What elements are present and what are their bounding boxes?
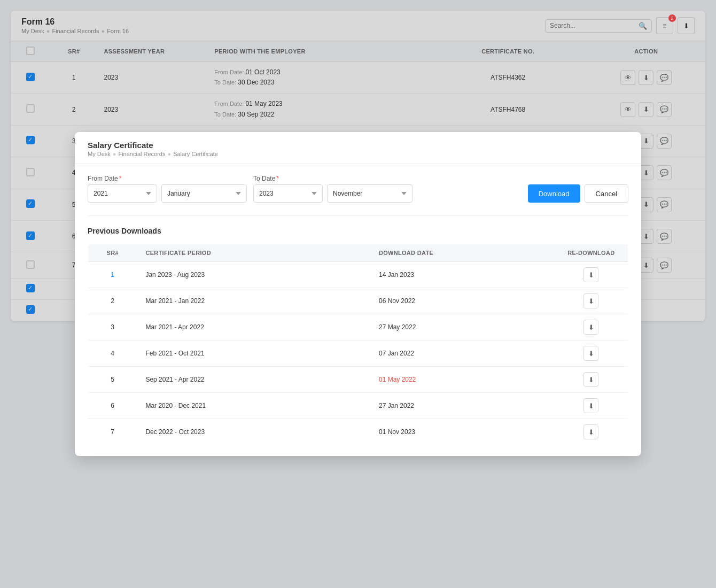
prev-col-cert-period: CERTIFICATE PERIOD <box>137 244 370 262</box>
modal-overlay: Salary Certificate My Desk ● Financial R… <box>0 0 716 588</box>
prev-row-redl: ⬇ <box>555 262 628 288</box>
salary-cert-modal: Salary Certificate My Desk ● Financial R… <box>75 132 641 456</box>
prev-table-row: 4 Feb 2021 - Oct 2021 07 Jan 2022 ⬇ <box>88 341 628 367</box>
prev-row-period: Jan 2023 - Aug 2023 <box>137 262 370 288</box>
modal-title: Salary Certificate <box>88 141 628 150</box>
from-date-selects: 2019 2020 2021 2022 2023 January Februar… <box>88 184 247 203</box>
to-date-group: To Date* 2019 2020 2021 2022 2023 Januar… <box>253 175 413 203</box>
prev-row-dl-date: 27 Jan 2022 <box>370 393 555 419</box>
from-month-select[interactable]: January February March April May June Ju… <box>161 184 247 203</box>
prev-row-dl-date: 14 Jan 2023 <box>370 262 555 288</box>
prev-row-sr: 6 <box>88 393 137 419</box>
redownload-btn[interactable]: ⬇ <box>583 320 598 335</box>
prev-row-sr: 4 <box>88 341 137 367</box>
prev-row-redl: ⬇ <box>555 367 628 393</box>
prev-row-sr: 5 <box>88 367 137 393</box>
separator <box>88 215 628 216</box>
modal-bc-salary: Salary Certificate <box>173 151 218 157</box>
from-year-select[interactable]: 2019 2020 2021 2022 2023 <box>88 184 157 203</box>
prev-row-sr: 3 <box>88 314 137 341</box>
prev-row-redl: ⬇ <box>555 314 628 341</box>
form-row: From Date* 2019 2020 2021 2022 2023 Janu… <box>88 175 628 203</box>
prev-col-redl: RE-DOWNLOAD <box>555 244 628 262</box>
modal-bc-financial: Financial Records <box>118 151 165 157</box>
prev-table-row: 7 Dec 2022 - Oct 2023 01 Nov 2023 ⬇ <box>88 419 628 445</box>
redownload-btn[interactable]: ⬇ <box>583 424 598 439</box>
prev-row-redl: ⬇ <box>555 341 628 367</box>
prev-row-period: Mar 2021 - Apr 2022 <box>137 314 370 341</box>
redownload-btn[interactable]: ⬇ <box>583 293 598 308</box>
prev-col-dl-date: DOWNLOAD DATE <box>370 244 555 262</box>
prev-col-sr: SR# <box>88 244 137 262</box>
prev-table-row: 1 Jan 2023 - Aug 2023 14 Jan 2023 ⬇ <box>88 262 628 288</box>
prev-row-dl-date: 06 Nov 2022 <box>370 288 555 314</box>
prev-row-dl-date: 07 Jan 2022 <box>370 341 555 367</box>
to-date-selects: 2019 2020 2021 2022 2023 January Februar… <box>253 184 413 203</box>
prev-row-sr: 2 <box>88 288 137 314</box>
prev-table-row: 3 Mar 2021 - Apr 2022 27 May 2022 ⬇ <box>88 314 628 341</box>
prev-row-period: Sep 2021 - Apr 2022 <box>137 367 370 393</box>
redownload-btn[interactable]: ⬇ <box>583 372 598 387</box>
form-actions: Download Cancel <box>528 184 628 203</box>
prev-table-row: 2 Mar 2021 - Jan 2022 06 Nov 2022 ⬇ <box>88 288 628 314</box>
prev-sr-link[interactable]: 1 <box>111 271 114 278</box>
prev-downloads-title: Previous Downloads <box>88 227 628 235</box>
prev-row-dl-date: 01 May 2022 <box>370 367 555 393</box>
prev-table-row: 5 Sep 2021 - Apr 2022 01 May 2022 ⬇ <box>88 367 628 393</box>
redownload-btn[interactable]: ⬇ <box>583 398 598 413</box>
prev-row-sr: 7 <box>88 419 137 445</box>
modal-header: Salary Certificate My Desk ● Financial R… <box>75 132 641 164</box>
from-date-group: From Date* 2019 2020 2021 2022 2023 Janu… <box>88 175 247 203</box>
to-date-label: To Date* <box>253 175 413 182</box>
prev-row-period: Feb 2021 - Oct 2021 <box>137 341 370 367</box>
prev-downloads-table: SR# CERTIFICATE PERIOD DOWNLOAD DATE RE-… <box>88 244 628 445</box>
prev-row-period: Mar 2020 - Dec 2021 <box>137 393 370 419</box>
modal-bc-mydesk: My Desk <box>88 151 111 157</box>
prev-row-redl: ⬇ <box>555 393 628 419</box>
prev-table-row: 6 Mar 2020 - Dec 2021 27 Jan 2022 ⬇ <box>88 393 628 419</box>
to-year-select[interactable]: 2019 2020 2021 2022 2023 <box>253 184 323 203</box>
redownload-btn[interactable]: ⬇ <box>583 267 598 282</box>
prev-row-sr: 1 <box>88 262 137 288</box>
prev-row-period: Dec 2022 - Oct 2023 <box>137 419 370 445</box>
prev-row-dl-date: 27 May 2022 <box>370 314 555 341</box>
modal-body: From Date* 2019 2020 2021 2022 2023 Janu… <box>75 164 641 456</box>
redownload-btn[interactable]: ⬇ <box>583 346 598 361</box>
cancel-button[interactable]: Cancel <box>585 184 628 203</box>
prev-downloads-section: Previous Downloads SR# CERTIFICATE PERIO… <box>88 227 628 445</box>
prev-row-period: Mar 2021 - Jan 2022 <box>137 288 370 314</box>
prev-row-dl-date: 01 Nov 2023 <box>370 419 555 445</box>
from-date-label: From Date* <box>88 175 247 182</box>
prev-row-redl: ⬇ <box>555 288 628 314</box>
to-month-select[interactable]: January February March April May June Ju… <box>327 184 413 203</box>
modal-breadcrumb: My Desk ● Financial Records ● Salary Cer… <box>88 151 628 157</box>
prev-row-redl: ⬇ <box>555 419 628 445</box>
download-button[interactable]: Download <box>528 184 580 203</box>
